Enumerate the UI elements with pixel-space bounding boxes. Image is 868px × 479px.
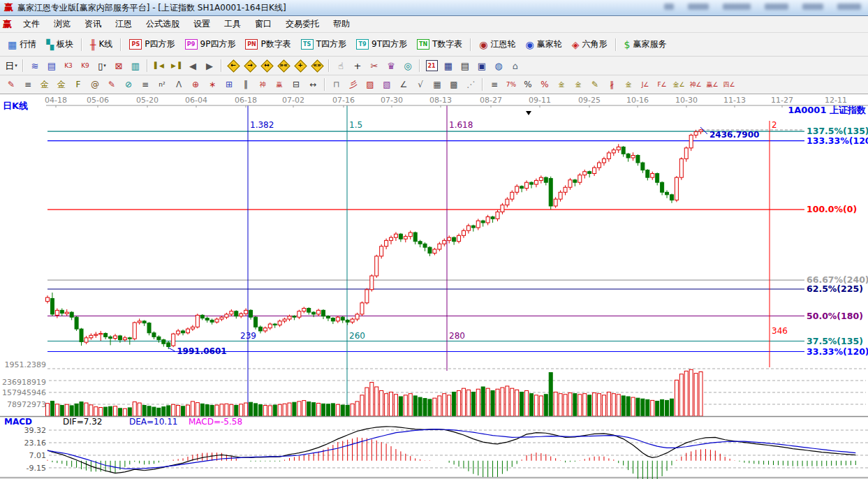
dense-grid-tool[interactable]: ▦ [429, 78, 445, 91]
step-lines-tool[interactable]: ≡ [487, 78, 502, 91]
t-number-table-button[interactable]: TNT数字表 [412, 37, 467, 52]
fib-hline-label: 133.33%(120) [807, 135, 868, 146]
diamond-arrow-glyph: → [242, 61, 258, 70]
calendar-icon[interactable]: 21 [424, 59, 439, 73]
grid-blue-tool[interactable]: ⊞ [221, 78, 237, 91]
diamond-restore-icon[interactable]: + [293, 59, 308, 73]
calculator-icon[interactable]: ▦ [441, 59, 456, 73]
pan-hand-icon[interactable]: ☝ [333, 59, 348, 73]
nav-first-icon[interactable]: ▌◀ [152, 59, 167, 73]
span-arrow-tool[interactable]: ↔ [305, 78, 321, 91]
menu-item-2[interactable]: 资讯 [78, 16, 108, 32]
k3-pattern-icon[interactable]: K3 [61, 59, 76, 73]
nav-next-icon[interactable]: ▶ [202, 59, 217, 73]
cycle-circle-tool[interactable]: ⊘ [121, 78, 136, 91]
formula-pattern-icon[interactable]: ⊠ [111, 59, 126, 73]
diamond-compress-icon[interactable]: »« [276, 59, 291, 73]
period-day-dropdown[interactable]: 日▾ [3, 59, 19, 73]
si-angle-tool[interactable]: 四∠ [721, 78, 737, 91]
fan-tool[interactable]: 彡 [346, 78, 361, 91]
j-angle-tool[interactable]: J∠ [638, 78, 653, 91]
ying-angle-tool[interactable]: 赢∠ [705, 78, 720, 91]
diamond-shift-left-icon[interactable]: ← [226, 59, 241, 73]
kline-button[interactable]: ╫K线 [85, 37, 117, 52]
mirror-tool[interactable]: Λ [171, 78, 186, 91]
f-angle-tool[interactable]: F∠ [654, 78, 670, 91]
menu-item-0[interactable]: 文件 [16, 16, 47, 32]
gold-angle-tool[interactable]: 金∠ [671, 78, 686, 91]
fan-box-tool[interactable]: ▨ [362, 78, 378, 91]
menu-item-7[interactable]: 窗口 [248, 16, 279, 32]
memo-icon[interactable]: ▤ [44, 59, 59, 73]
crosshair-icon[interactable]: + [350, 59, 365, 73]
gold-line-tool[interactable]: 金 [571, 78, 586, 91]
kline-chart-canvas[interactable]: 137.5%(135)133.33%(120)100.0%(0)66.67%(2… [0, 94, 868, 479]
menu-item-5[interactable]: 设置 [186, 16, 217, 32]
percent-tool[interactable]: % [520, 78, 536, 91]
ying-grid-tool[interactable]: 赢 [272, 78, 287, 91]
gann-target-tool[interactable]: ⊕ [188, 78, 203, 91]
shen-angle-tool[interactable]: 神∠ [688, 78, 703, 91]
9p-square-button[interactable]: P99P四方形 [180, 37, 241, 52]
dense-grid2-tool[interactable]: ▩ [446, 78, 462, 91]
candle-body [84, 338, 88, 342]
fib-box-tool[interactable]: F [71, 78, 86, 91]
winner-service-button[interactable]: $赢家服务 [619, 37, 672, 52]
candle-style-dropdown[interactable]: ▯▾ [94, 59, 110, 73]
menu-item-8[interactable]: 交易委托 [279, 16, 326, 32]
zigzag-tool[interactable]: √ [413, 78, 428, 91]
ray-star-tool[interactable]: ∗ [205, 78, 220, 91]
ruler-tool[interactable]: ⊟ [288, 78, 304, 91]
network-icon[interactable]: ◍ [491, 59, 506, 73]
p-square-button[interactable]: PSP四方形 [124, 37, 179, 52]
angle-line-tool[interactable]: ∠ [396, 78, 411, 91]
menu-item-6[interactable]: 工具 [217, 16, 248, 32]
percent-line-tool[interactable]: % [537, 78, 552, 91]
menu-item-1[interactable]: 浏览 [47, 16, 78, 32]
diamond-shift-right-icon[interactable]: → [242, 59, 258, 73]
volume-bar [162, 407, 165, 416]
gold-pencil-tool[interactable]: ✎ [587, 78, 603, 91]
hexagon-button[interactable]: ◈六角形 [567, 37, 612, 52]
fan-box2-tool[interactable]: ▧ [379, 78, 395, 91]
stamp-icon[interactable]: ♛ [383, 59, 399, 73]
spiral-tool[interactable]: @ [87, 78, 103, 91]
sectors-button[interactable]: ▚板块 [41, 37, 78, 52]
gann-box-gold2-tool[interactable]: 金 [54, 78, 69, 91]
parallel-tool[interactable]: ∦ [604, 78, 619, 91]
shen-grid-tool[interactable]: 神 [255, 78, 270, 91]
n-square-tool[interactable]: n² [154, 78, 170, 91]
gann-box-gold-tool[interactable]: 金 [37, 78, 52, 91]
nav-last-icon[interactable]: ▶▐ [168, 59, 184, 73]
menu-item-9[interactable]: 帮助 [326, 16, 357, 32]
menu-item-3[interactable]: 江恩 [108, 16, 139, 32]
hatch-tool[interactable]: ≡ [20, 78, 36, 91]
print-icon[interactable]: ⌂ [508, 59, 523, 73]
volume-distribution-icon[interactable]: ▥ [128, 59, 143, 73]
k9-pattern-icon[interactable]: K9 [78, 59, 93, 73]
condition-pattern-icon[interactable]: ≋ [27, 59, 43, 73]
slash-lines-tool[interactable]: ⋰ [463, 78, 478, 91]
seven-percent-tool[interactable]: 7% [503, 78, 519, 91]
gold-line2-tool[interactable]: 金 [621, 78, 636, 91]
nav-prev-icon[interactable]: ◀ [185, 59, 200, 73]
menu-item-4[interactable]: 公式选股 [139, 16, 186, 32]
notes-icon[interactable]: ▤ [457, 59, 473, 73]
diamond-expand-icon[interactable]: «» [309, 59, 325, 73]
gold-circle-tool[interactable]: 金 [554, 78, 569, 91]
pencil-tool[interactable]: ✎ [3, 78, 19, 91]
9t-square-button[interactable]: T99T四方形 [351, 37, 412, 52]
pencil2-tool[interactable]: ✎ [104, 78, 119, 91]
hatch2-tool[interactable]: ≡ [138, 78, 153, 91]
winner-wheel-button[interactable]: ◉赢家轮 [521, 37, 567, 52]
t-square-button[interactable]: TST四方形 [296, 37, 351, 52]
gann-wheel-button[interactable]: ◉江恩轮 [474, 37, 520, 52]
tick-marks-tool[interactable]: ‖ [238, 78, 253, 91]
frame-tool[interactable]: ⊓ [329, 78, 344, 91]
save-icon[interactable]: ▣ [474, 59, 490, 73]
diamond-stretch-icon[interactable]: ↔ [259, 59, 274, 73]
p-number-table-button[interactable]: PNP数字表 [240, 37, 295, 52]
measure-scissors-icon[interactable]: ✂ [367, 59, 382, 73]
quotes-button[interactable]: ▦行情 [3, 37, 41, 52]
region-icon[interactable]: ◎ [400, 59, 415, 73]
